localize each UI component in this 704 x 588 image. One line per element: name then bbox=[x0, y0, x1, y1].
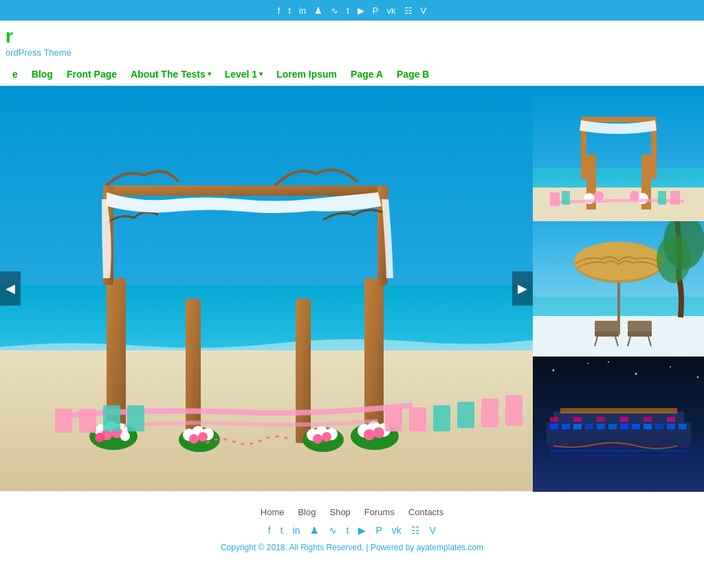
svg-rect-47 bbox=[533, 168, 704, 189]
footer-link-forums[interactable]: Forums bbox=[364, 507, 395, 517]
svg-rect-88 bbox=[550, 424, 558, 429]
thumb-2-image bbox=[533, 221, 704, 357]
svg-rect-92 bbox=[597, 424, 605, 429]
nav-label-front-page: Front Page bbox=[67, 69, 117, 80]
footer-myspace-icon[interactable]: ☷ bbox=[411, 525, 420, 536]
nav-item-about-the-tests[interactable]: About The Tests ▾ bbox=[124, 66, 218, 82]
footer-linkedin-icon[interactable]: in bbox=[293, 525, 300, 536]
nav-label-about-the-tests: About The Tests bbox=[131, 69, 206, 80]
svg-point-35 bbox=[373, 427, 384, 438]
svg-rect-39 bbox=[127, 405, 144, 431]
nav-item-lorem-ipsum[interactable]: Lorem Ipsum bbox=[270, 66, 344, 82]
vk-icon-top[interactable]: vk bbox=[387, 5, 396, 16]
svg-rect-89 bbox=[562, 424, 570, 429]
facebook-icon-top[interactable]: f bbox=[278, 5, 280, 16]
vimeo-icon-top[interactable]: V bbox=[421, 5, 427, 16]
svg-point-82 bbox=[635, 372, 637, 374]
svg-rect-45 bbox=[505, 395, 522, 426]
svg-rect-93 bbox=[608, 424, 617, 429]
svg-rect-65 bbox=[595, 321, 619, 331]
thumb-3-image bbox=[533, 357, 704, 492]
footer-vimeo-icon[interactable]: V bbox=[430, 525, 436, 536]
svg-rect-5 bbox=[296, 299, 311, 443]
svg-rect-49 bbox=[581, 117, 657, 122]
instagram-icon-top[interactable]: ♟ bbox=[314, 5, 322, 16]
svg-rect-100 bbox=[550, 417, 558, 422]
svg-point-22 bbox=[189, 434, 199, 444]
svg-rect-90 bbox=[573, 424, 582, 429]
nav-label-lorem-ipsum: Lorem Ipsum bbox=[276, 69, 337, 80]
svg-rect-36 bbox=[55, 409, 72, 433]
svg-rect-66 bbox=[628, 321, 652, 331]
svg-rect-105 bbox=[667, 417, 675, 422]
nav-label-e: e bbox=[12, 69, 18, 80]
footer-link-blog[interactable]: Blog bbox=[298, 507, 316, 517]
footer-vk-icon[interactable]: vk bbox=[392, 525, 402, 536]
nav-item-page-a[interactable]: Page A bbox=[344, 66, 390, 82]
svg-rect-103 bbox=[620, 417, 628, 422]
svg-rect-58 bbox=[550, 192, 560, 206]
svg-rect-95 bbox=[632, 424, 640, 429]
twitter-icon-top[interactable]: t bbox=[288, 5, 291, 16]
footer-youtube-icon[interactable]: ▶ bbox=[358, 525, 366, 536]
top-social-icons: f t in ♟ ∿ t ▶ P vk ☷ V bbox=[278, 5, 426, 16]
nav-item-page-b[interactable]: Page B bbox=[390, 66, 436, 82]
footer-rss-icon[interactable]: ∿ bbox=[329, 525, 337, 536]
svg-rect-98 bbox=[667, 424, 675, 429]
slider-image bbox=[0, 86, 533, 491]
svg-point-28 bbox=[313, 434, 322, 444]
svg-rect-40 bbox=[385, 407, 402, 431]
site-subtitle: ordPress Theme bbox=[6, 47, 690, 58]
svg-rect-101 bbox=[573, 417, 582, 422]
youtube-icon-top[interactable]: ▶ bbox=[358, 5, 364, 16]
pinterest-icon-top[interactable]: P bbox=[373, 5, 379, 16]
footer-pinterest-icon[interactable]: P bbox=[375, 525, 382, 536]
nav-item-level1[interactable]: Level 1 ▾ bbox=[218, 66, 270, 82]
footer-tumblr-icon[interactable]: t bbox=[346, 525, 349, 536]
nav-item-front-page[interactable]: Front Page bbox=[60, 66, 124, 82]
myspace-icon-top[interactable]: ☷ bbox=[404, 5, 412, 16]
svg-rect-7 bbox=[103, 185, 388, 196]
top-social-bar: f t in ♟ ∿ t ▶ P vk ☷ V bbox=[0, 0, 704, 21]
svg-point-16 bbox=[120, 431, 130, 441]
rss-icon-top[interactable]: ∿ bbox=[331, 5, 338, 16]
svg-point-29 bbox=[322, 432, 331, 442]
footer-social-icons: f t in ♟ ∿ t ▶ P vk ☷ V bbox=[268, 525, 436, 536]
slider-prev-button[interactable]: ◀ bbox=[0, 271, 21, 306]
tumblr-icon-top[interactable]: t bbox=[346, 5, 349, 16]
svg-rect-59 bbox=[670, 191, 680, 205]
left-arrow-icon: ◀ bbox=[6, 281, 15, 296]
svg-point-23 bbox=[198, 432, 208, 442]
svg-rect-38 bbox=[103, 405, 120, 431]
nav-label-blog: Blog bbox=[32, 69, 53, 80]
level1-dropdown-arrow: ▾ bbox=[259, 70, 263, 78]
footer-link-shop[interactable]: Shop bbox=[329, 507, 350, 517]
footer-twitter-icon[interactable]: t bbox=[280, 525, 283, 536]
thumb-1-image bbox=[533, 86, 704, 221]
svg-rect-107 bbox=[553, 454, 684, 456]
slider-next-button[interactable]: ▶ bbox=[512, 271, 533, 306]
svg-rect-96 bbox=[644, 424, 652, 429]
thumbnail-3[interactable] bbox=[533, 357, 704, 492]
svg-rect-60 bbox=[562, 191, 570, 205]
nav-item-e[interactable]: e bbox=[6, 66, 25, 82]
svg-point-77 bbox=[657, 235, 691, 283]
main-nav: e Blog Front Page About The Tests ▾ Leve… bbox=[0, 63, 704, 86]
nav-item-blog[interactable]: Blog bbox=[25, 66, 60, 82]
footer-link-contacts[interactable]: Contacts bbox=[408, 507, 443, 517]
thumbnail-1[interactable] bbox=[533, 86, 704, 221]
svg-rect-42 bbox=[433, 405, 450, 431]
thumbnail-2[interactable] bbox=[533, 221, 704, 357]
svg-rect-37 bbox=[79, 409, 96, 433]
footer-facebook-icon[interactable]: f bbox=[268, 525, 271, 536]
nav-label-page-b: Page B bbox=[397, 69, 429, 80]
linkedin-icon-top[interactable]: in bbox=[299, 5, 306, 16]
svg-point-84 bbox=[697, 376, 699, 378]
footer-copyright: Copyright © 2018. All Rights Reserved. |… bbox=[0, 543, 704, 552]
footer-instagram-icon[interactable]: ♟ bbox=[310, 525, 319, 536]
svg-rect-67 bbox=[595, 331, 619, 337]
footer-link-home[interactable]: Home bbox=[261, 507, 285, 517]
nav-label-page-a: Page A bbox=[351, 69, 383, 80]
svg-rect-61 bbox=[658, 191, 666, 205]
svg-rect-6 bbox=[364, 278, 384, 443]
